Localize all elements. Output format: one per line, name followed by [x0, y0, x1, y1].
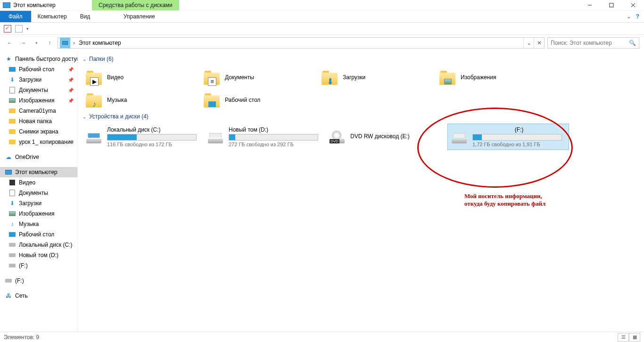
- maximize-button[interactable]: [601, 0, 622, 10]
- sidebar-drive-d[interactable]: Новый том (D:): [0, 250, 77, 260]
- drive-dvd[interactable]: DVD DVD RW дисковод (E:): [326, 124, 447, 150]
- help-icon[interactable]: ?: [636, 13, 639, 20]
- desktop-icon: [8, 231, 16, 238]
- sidebar-lib-pictures[interactable]: Изображения: [0, 209, 77, 219]
- search-box[interactable]: 🔍: [547, 37, 639, 49]
- search-icon[interactable]: 🔍: [629, 40, 636, 46]
- label: Camera01yma: [19, 108, 56, 114]
- title-bar: Этот компьютер Средства работы с дисками: [0, 0, 644, 11]
- chevron-down-icon: ⌄: [83, 114, 86, 119]
- ribbon-right-controls: ⌄ ?: [622, 11, 644, 22]
- nav-back-button[interactable]: ←: [5, 38, 15, 48]
- menu-file[interactable]: Файл: [0, 11, 31, 22]
- documents-icon: [8, 189, 16, 197]
- sidebar-desktop[interactable]: Рабочий стол📌: [0, 64, 77, 75]
- navigation-bar: ← → ▾ ↑ › Этот компьютер ⌄ ✕ 🔍: [0, 35, 644, 51]
- sidebar-lib-video[interactable]: Видео: [0, 177, 77, 188]
- sidebar-lib-downloads[interactable]: ⬇Загрузки: [0, 198, 77, 209]
- quick-access-toolbar: ✓ ▾: [0, 23, 644, 35]
- drive-c[interactable]: Локальный диск (C:) 116 ГБ свободно из 1…: [83, 124, 204, 150]
- menu-computer[interactable]: Компьютер: [31, 11, 74, 22]
- drive-name: Локальный диск (C:): [107, 126, 201, 133]
- sidebar-lib-documents[interactable]: Документы: [0, 188, 77, 198]
- minimize-button[interactable]: [579, 0, 601, 10]
- sidebar-recent-folder[interactable]: Снимки экрана: [0, 126, 77, 137]
- folder-music[interactable]: ♪ Музыка: [83, 89, 200, 111]
- label: Изображения: [19, 97, 54, 104]
- address-dropdown-icon[interactable]: ⌄: [523, 38, 534, 48]
- folder-icon: [8, 117, 16, 125]
- nav-recent-dropdown[interactable]: ▾: [31, 38, 41, 48]
- downloads-icon: ⬇: [8, 200, 16, 207]
- sidebar-downloads[interactable]: ⬇Загрузки📌: [0, 75, 77, 85]
- close-button[interactable]: [622, 0, 644, 10]
- titlebar-spacer: [179, 0, 579, 10]
- sidebar-drive-f-removable[interactable]: (F:): [0, 275, 77, 286]
- star-icon: ★: [5, 55, 12, 63]
- menu-manage[interactable]: Управление: [97, 11, 182, 22]
- folder-documents[interactable]: ≡ Документы: [200, 66, 318, 89]
- network-icon: 🖧: [5, 292, 12, 300]
- nav-up-button[interactable]: ↑: [44, 38, 55, 48]
- qat-checkbox-icon[interactable]: ✓: [4, 25, 11, 33]
- menu-view[interactable]: Вид: [74, 11, 97, 22]
- sidebar-pictures[interactable]: Изображения📌: [0, 95, 77, 106]
- navigation-pane[interactable]: ★ Панель быстрого доступа Рабочий стол📌 …: [0, 51, 78, 332]
- folder-video[interactable]: ▶ Видео: [83, 66, 200, 89]
- search-input[interactable]: [551, 40, 629, 46]
- sidebar-lib-music[interactable]: ♪Музыка: [0, 219, 77, 229]
- view-details-button[interactable]: ☰: [618, 333, 629, 342]
- label: Новый том (D:): [19, 252, 58, 259]
- sidebar-this-pc[interactable]: Этот компьютер: [0, 167, 77, 177]
- qat-blank-icon[interactable]: [15, 25, 23, 33]
- drive-free-space: 116 ГБ свободно из 172 ГБ: [107, 142, 201, 147]
- downloads-icon: ⬇: [8, 76, 16, 83]
- address-bar[interactable]: › Этот компьютер ⌄ ✕: [58, 37, 545, 49]
- sidebar-drive-f[interactable]: (F:): [0, 260, 77, 271]
- folder-downloads[interactable]: ⬇ Загрузки: [318, 66, 436, 89]
- label: Этот компьютер: [15, 169, 58, 175]
- sidebar-documents[interactable]: Документы📌: [0, 85, 77, 95]
- label: Документы: [19, 87, 48, 93]
- capacity-bar: [107, 134, 197, 141]
- sidebar-onedrive[interactable]: ☁OneDrive: [0, 152, 77, 162]
- sidebar-quick-access[interactable]: ★ Панель быстрого доступа: [0, 54, 77, 64]
- video-folder-icon: ▶: [85, 69, 102, 86]
- drive-icon: [207, 130, 224, 143]
- sidebar-recent-folder[interactable]: Camera01yma: [0, 106, 77, 116]
- drive-f[interactable]: (F:) 1,72 ГБ свободно из 1,91 ГБ: [447, 124, 569, 150]
- drives-grid: Локальный диск (C:) 116 ГБ свободно из 1…: [83, 124, 639, 150]
- pc-icon: [3, 2, 10, 8]
- label: Рабочий стол: [19, 231, 54, 238]
- sidebar-recent-folder[interactable]: Новая папка: [0, 116, 77, 126]
- pin-icon: 📌: [68, 98, 75, 103]
- sidebar-lib-desktop[interactable]: Рабочий стол: [0, 229, 77, 240]
- folder-desktop[interactable]: Рабочий стол: [200, 89, 318, 111]
- content-pane[interactable]: ⌄ Папки (6) ▶ Видео ≡ Документы ⬇ Загруз…: [78, 51, 644, 332]
- sidebar-recent-folder[interactable]: урок 1_ копирование: [0, 137, 77, 147]
- view-tiles-button[interactable]: ▦: [629, 333, 640, 342]
- breadcrumb-location[interactable]: Этот компьютер: [76, 40, 124, 46]
- address-refresh-icon[interactable]: ✕: [534, 38, 544, 48]
- onedrive-icon: ☁: [5, 153, 12, 161]
- ribbon-expand-icon[interactable]: ⌄: [627, 13, 631, 20]
- sidebar-network[interactable]: 🖧Сеть: [0, 291, 77, 301]
- nav-forward-button[interactable]: →: [18, 38, 28, 48]
- chevron-down-icon: ⌄: [83, 57, 86, 62]
- folder-pictures[interactable]: Изображения: [436, 66, 554, 89]
- documents-icon: [8, 86, 16, 94]
- label: Документы: [225, 74, 254, 81]
- sidebar-drive-c[interactable]: Локальный диск (C:): [0, 240, 77, 250]
- group-devices-header[interactable]: ⌄ Устройства и диски (4): [83, 113, 639, 120]
- group-folders-header[interactable]: ⌄ Папки (6): [83, 56, 639, 62]
- label: OneDrive: [15, 154, 39, 160]
- label: Изображения: [461, 74, 496, 81]
- breadcrumb-sep-icon[interactable]: ›: [72, 40, 76, 46]
- window-title: Этот компьютер: [13, 2, 56, 8]
- ribbon-context-tab[interactable]: Средства работы с дисками: [92, 0, 179, 10]
- qat-dropdown-icon[interactable]: ▾: [26, 26, 29, 31]
- capacity-bar: [229, 134, 318, 141]
- folder-icon: [8, 128, 16, 135]
- drive-d[interactable]: Новый том (D:) 272 ГБ свободно из 292 ГБ: [204, 124, 326, 150]
- downloads-folder-icon: ⬇: [321, 69, 338, 86]
